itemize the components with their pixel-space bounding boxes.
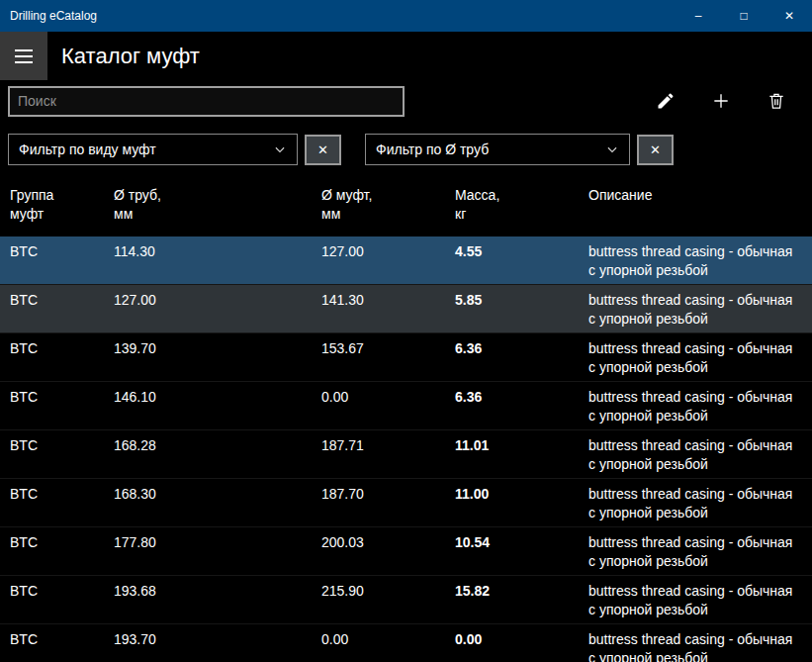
cell-description: buttress thread casing - обычная с упорн… [579,337,808,377]
cell-coupling-diameter: 141.30 [312,289,445,310]
cell-description: buttress thread casing - обычная с упорн… [579,434,808,474]
coupling-type-filter-dropdown[interactable]: Фильтр по виду муфт [8,134,298,165]
hamburger-menu-button[interactable] [0,32,47,80]
cell-pipe-diameter: 193.68 [104,580,312,601]
cell-group: BTC [0,531,104,552]
hamburger-icon [15,61,33,63]
cell-mass: 5.85 [445,289,579,310]
chevron-down-icon [605,142,619,156]
cell-mass: 11.00 [445,483,579,504]
cell-coupling-diameter: 127.00 [312,240,445,261]
cell-description: buttress thread casing - обычная с упорн… [579,531,808,571]
window-controls: – □ ✕ [676,0,812,32]
table-row[interactable]: BTC 114.30 127.00 4.55 buttress thread c… [0,236,812,285]
cell-pipe-diameter: 177.80 [104,531,312,552]
cell-mass: 0.00 [445,628,579,649]
couplings-table: Группа муфт Ø труб, мм Ø муфт, мм Масса,… [0,173,812,662]
table-row[interactable]: BTC 139.70 153.67 6.36 buttress thread c… [0,333,812,382]
add-icon [711,91,731,111]
pipe-diameter-filter-label: Фильтр по Ø труб [376,142,489,157]
cell-coupling-diameter: 215.90 [312,580,445,601]
cell-pipe-diameter: 127.00 [104,289,312,310]
cell-group: BTC [0,386,104,407]
column-header-group: Группа муфт [0,186,104,236]
cell-group: BTC [0,628,104,649]
edit-button[interactable] [646,84,685,118]
cell-mass: 6.36 [445,386,579,407]
table-row[interactable]: BTC 146.10 0.00 6.36 buttress thread cas… [0,382,812,430]
cell-mass: 4.55 [445,240,579,261]
cell-coupling-diameter: 153.67 [312,337,445,358]
hamburger-icon [15,49,33,51]
column-header-mass: Масса, кг [445,186,579,236]
cell-coupling-diameter: 0.00 [312,628,445,649]
table-header: Группа муфт Ø труб, мм Ø муфт, мм Масса,… [0,173,812,236]
add-button[interactable] [701,84,741,118]
cell-group: BTC [0,483,104,504]
cell-description: buttress thread casing - обычная с упорн… [579,289,808,329]
minimize-button[interactable]: – [676,0,721,32]
hamburger-icon [15,55,33,57]
table-row[interactable]: BTC 127.00 141.30 5.85 buttress thread c… [0,285,812,333]
close-button[interactable]: ✕ [767,0,812,32]
column-header-pipe-diameter: Ø труб, мм [104,186,312,236]
titlebar: Drilling eCatalog – □ ✕ [0,0,812,32]
cell-group: BTC [0,580,104,601]
table-row[interactable]: BTC 193.68 215.90 15.82 buttress thread … [0,576,812,624]
cell-mass: 10.54 [445,531,579,552]
edit-icon [656,91,676,111]
cell-coupling-diameter: 200.03 [312,531,445,552]
window-title: Drilling eCatalog [0,9,97,23]
cell-mass: 6.36 [445,337,579,358]
toolbar [0,80,812,122]
cell-coupling-diameter: 187.71 [312,434,445,455]
maximize-button[interactable]: □ [721,0,767,32]
pipe-diameter-filter-dropdown[interactable]: Фильтр по Ø труб [365,134,630,165]
coupling-type-filter-label: Фильтр по виду муфт [19,142,156,157]
cell-pipe-diameter: 139.70 [104,337,312,358]
cell-mass: 15.82 [445,580,579,601]
search-input[interactable] [8,86,405,117]
column-header-description: Описание [579,186,812,236]
cell-pipe-diameter: 193.70 [104,628,312,649]
cell-description: buttress thread casing - обычная с упорн… [579,628,808,662]
close-icon: ✕ [317,142,328,157]
clear-coupling-type-filter-button[interactable]: ✕ [305,135,341,165]
cell-pipe-diameter: 146.10 [104,386,312,407]
chevron-down-icon [273,142,287,156]
filters-row: Фильтр по виду муфт ✕ Фильтр по Ø труб ✕ [0,122,812,173]
clear-pipe-diameter-filter-button[interactable]: ✕ [637,135,674,165]
cell-description: buttress thread casing - обычная с упорн… [579,386,808,426]
toolbar-icons [646,84,804,118]
cell-description: buttress thread casing - обычная с упорн… [579,483,808,522]
table-row[interactable]: BTC 193.70 0.00 0.00 buttress thread cas… [0,624,812,662]
cell-pipe-diameter: 168.28 [104,434,312,455]
table-body: BTC 114.30 127.00 4.55 buttress thread c… [0,236,812,662]
cell-group: BTC [0,289,104,310]
cell-coupling-diameter: 187.70 [312,483,445,504]
table-row[interactable]: BTC 168.28 187.71 11.01 buttress thread … [0,430,812,479]
table-row[interactable]: BTC 168.30 187.70 11.00 buttress thread … [0,479,812,527]
cell-description: buttress thread casing - обычная с упорн… [579,580,808,619]
delete-icon [767,91,786,111]
cell-group: BTC [0,434,104,455]
column-header-coupling-diameter: Ø муфт, мм [312,186,445,236]
cell-description: buttress thread casing - обычная с упорн… [579,240,808,280]
table-row[interactable]: BTC 177.80 200.03 10.54 buttress thread … [0,527,812,576]
delete-button[interactable] [757,84,796,118]
app-header: Каталог муфт [0,32,812,80]
cell-pipe-diameter: 168.30 [104,483,312,504]
cell-group: BTC [0,240,104,261]
cell-group: BTC [0,337,104,358]
cell-coupling-diameter: 0.00 [312,386,445,407]
cell-mass: 11.01 [445,434,579,455]
page-title: Каталог муфт [61,44,200,69]
close-icon: ✕ [650,142,661,157]
cell-pipe-diameter: 114.30 [104,240,312,261]
